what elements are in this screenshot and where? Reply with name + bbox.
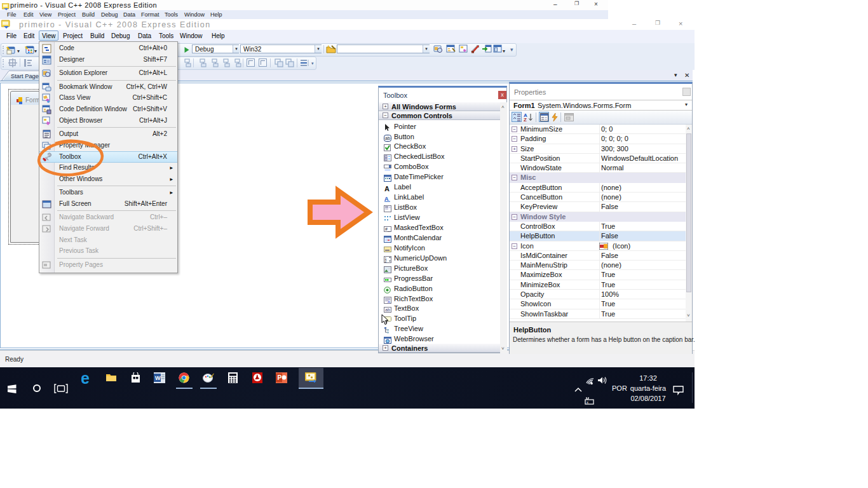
svg-text:e: e xyxy=(81,372,90,384)
svg-text:ab: ab xyxy=(385,136,390,140)
svg-text:Z: Z xyxy=(524,117,527,122)
svg-text:Start Page: Start Page xyxy=(11,73,39,79)
svg-text:#_: #_ xyxy=(385,227,390,232)
svg-text:W: W xyxy=(155,375,161,381)
svg-text:ab: ab xyxy=(385,308,390,312)
svg-text:P: P xyxy=(278,374,282,381)
svg-text:A: A xyxy=(384,185,390,192)
svg-text:x: x xyxy=(587,400,588,404)
